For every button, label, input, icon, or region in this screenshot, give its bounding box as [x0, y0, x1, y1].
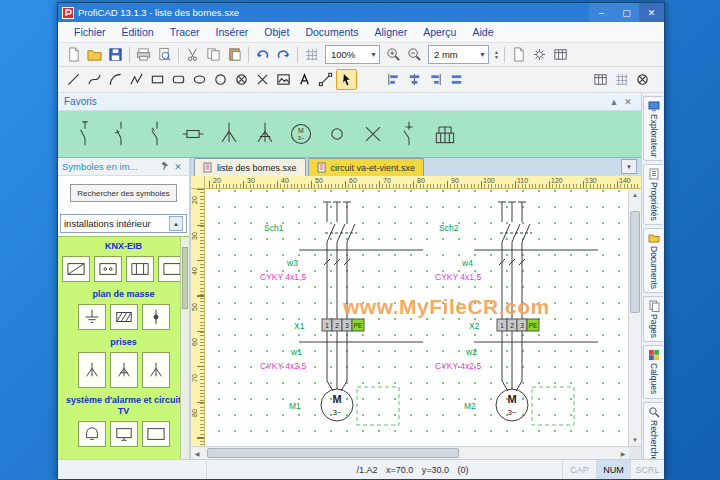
- select-arrow-tool[interactable]: [336, 69, 357, 90]
- search-symbols-button[interactable]: Rechercher des symboles: [70, 184, 177, 202]
- rectangle-tool[interactable]: [147, 69, 168, 90]
- same-size-button[interactable]: [446, 69, 467, 90]
- favorite-symbol-cross[interactable]: [360, 118, 386, 150]
- print-preview-button[interactable]: [154, 44, 175, 65]
- page-setup-button[interactable]: [508, 44, 529, 65]
- symbol-cell[interactable]: [78, 421, 106, 447]
- scroll-up-icon[interactable]: ▲: [629, 189, 641, 201]
- scrollbar-thumb[interactable]: [630, 211, 640, 313]
- menu-tracer[interactable]: Tracer: [162, 26, 208, 38]
- grid-toggle-button[interactable]: [301, 44, 322, 65]
- menu-apercu[interactable]: Aperçu: [415, 26, 464, 38]
- symbol-cell[interactable]: [110, 352, 138, 388]
- close-icon[interactable]: ✕: [171, 162, 185, 172]
- save-button[interactable]: [105, 44, 126, 65]
- menu-aide[interactable]: Aide: [464, 26, 501, 38]
- category-dropdown[interactable]: installations intérieur ▲: [60, 214, 187, 233]
- grid-size-spinner[interactable]: ▲▼: [494, 50, 499, 60]
- menu-fichier[interactable]: Fichier: [66, 26, 114, 38]
- favorite-symbol-circle[interactable]: [324, 118, 350, 150]
- minimize-icon[interactable]: –: [589, 3, 614, 22]
- grid-size-combo[interactable]: 2 mm ▼: [428, 45, 489, 64]
- symbol-cell[interactable]: [142, 304, 170, 330]
- align-center-button[interactable]: [404, 69, 425, 90]
- favorite-symbol-contact-nc[interactable]: [108, 118, 134, 150]
- favorite-symbol-switch[interactable]: [144, 118, 170, 150]
- arc-tool[interactable]: [105, 69, 126, 90]
- scroll-right-icon[interactable]: ▶: [617, 447, 629, 459]
- favorite-symbol-resistor[interactable]: [180, 118, 206, 150]
- menu-objet[interactable]: Objet: [256, 26, 297, 38]
- panel-tab-explorateur[interactable]: Explorateur: [643, 96, 663, 161]
- chevron-up-icon[interactable]: ▲: [607, 97, 621, 107]
- ellipse-tool[interactable]: [189, 69, 210, 90]
- favorite-symbol-contact-no[interactable]: [72, 118, 98, 150]
- symbol-cell[interactable]: [126, 256, 154, 282]
- panel-tab-pages[interactable]: Pages: [643, 296, 663, 342]
- tab-overflow-button[interactable]: ▼: [621, 159, 637, 174]
- symbols-table-button[interactable]: [590, 69, 611, 90]
- polyline-tool[interactable]: [126, 69, 147, 90]
- scrollbar-thumb[interactable]: [182, 247, 188, 309]
- no-symbol-button[interactable]: [632, 69, 653, 90]
- favorite-symbol-socket[interactable]: [216, 118, 242, 150]
- undo-button[interactable]: [252, 44, 273, 65]
- symbol-cell[interactable]: [142, 352, 170, 388]
- circle-cross-tool[interactable]: [231, 69, 252, 90]
- open-button[interactable]: [84, 44, 105, 65]
- close-icon[interactable]: ✕: [621, 97, 635, 107]
- favorite-symbol-connector[interactable]: [432, 118, 458, 150]
- menu-documents[interactable]: Documents: [297, 26, 366, 38]
- favorite-symbol-motor[interactable]: M 3~: [288, 118, 314, 150]
- panel-tab-recherche[interactable]: Recherche: [643, 402, 663, 465]
- zoom-in-button[interactable]: [383, 44, 404, 65]
- redo-button[interactable]: [273, 44, 294, 65]
- table-button[interactable]: [550, 44, 571, 65]
- menu-edition[interactable]: Édition: [114, 26, 162, 38]
- scroll-down-icon[interactable]: ▼: [629, 434, 641, 446]
- favorite-symbol-breaker[interactable]: [396, 118, 422, 150]
- scroll-left-icon[interactable]: ◀: [191, 447, 203, 459]
- symbol-cell[interactable]: [110, 304, 138, 330]
- vertical-scrollbar[interactable]: ▲ ▼: [628, 189, 641, 446]
- close-icon[interactable]: ✕: [639, 3, 664, 22]
- scrollbar-track[interactable]: [203, 447, 617, 459]
- symbol-cell[interactable]: [78, 352, 106, 388]
- new-button[interactable]: [63, 44, 84, 65]
- drawing-canvas[interactable]: Sch1 w3 CYKY 4x1,5 X1 1: [205, 189, 628, 446]
- cut-button[interactable]: [182, 44, 203, 65]
- scrollbar-track[interactable]: [629, 201, 641, 434]
- line-tool[interactable]: [63, 69, 84, 90]
- bezier-tool[interactable]: [84, 69, 105, 90]
- tab-circuit-va-et-vient[interactable]: circuit va-et-vient.sxe: [308, 158, 425, 176]
- horizontal-scrollbar[interactable]: ◀ ▶: [191, 446, 641, 459]
- symbol-cell[interactable]: [78, 304, 106, 330]
- image-tool[interactable]: [273, 69, 294, 90]
- copy-button[interactable]: [203, 44, 224, 65]
- maximize-icon[interactable]: ▢: [614, 3, 639, 22]
- rounded-rectangle-tool[interactable]: [168, 69, 189, 90]
- paste-button[interactable]: [224, 44, 245, 65]
- circle-tool[interactable]: [210, 69, 231, 90]
- cross-tool[interactable]: [252, 69, 273, 90]
- grid-settings-button[interactable]: [611, 69, 632, 90]
- zoom-out-button[interactable]: [404, 44, 425, 65]
- tab-liste-des-bornes[interactable]: liste des bornes.sxe: [194, 158, 306, 176]
- panel-tab-documents[interactable]: Documents: [643, 228, 663, 293]
- zoom-combo[interactable]: 100% ▼: [325, 45, 380, 64]
- symbol-cell[interactable]: [62, 256, 90, 282]
- symbol-cell[interactable]: [94, 256, 122, 282]
- align-left-button[interactable]: [383, 69, 404, 90]
- options-button[interactable]: [529, 44, 550, 65]
- node-tool[interactable]: [315, 69, 336, 90]
- panel-tab-proprietes[interactable]: Propriétés: [643, 164, 663, 225]
- menu-aligner[interactable]: Aligner: [366, 26, 415, 38]
- menu-inserer[interactable]: Insérer: [208, 26, 257, 38]
- sidebar-scrollbar[interactable]: [180, 237, 189, 459]
- chevron-up-icon[interactable]: ▲: [169, 216, 183, 231]
- text-tool[interactable]: [294, 69, 315, 90]
- print-button[interactable]: [133, 44, 154, 65]
- pin-icon[interactable]: [157, 160, 171, 174]
- scrollbar-thumb[interactable]: [207, 448, 459, 458]
- favorite-symbol-socket-earthed[interactable]: [252, 118, 278, 150]
